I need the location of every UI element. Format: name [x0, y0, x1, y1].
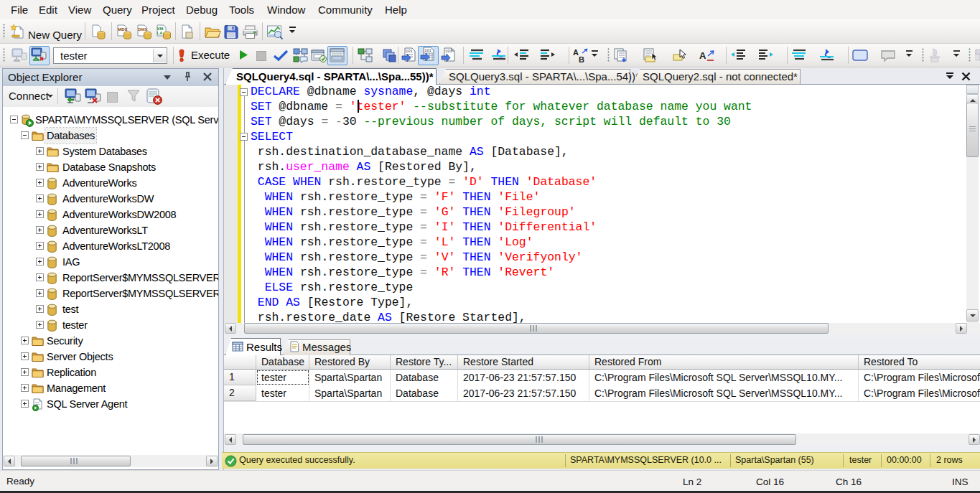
svg-text:A: A [573, 48, 579, 57]
svg-text:DMX: DMX [138, 27, 147, 32]
svg-text:101: 101 [406, 49, 414, 54]
svg-text:101: 101 [424, 48, 432, 53]
svg-text:LA: LA [157, 31, 164, 35]
svg-text:B: B [579, 55, 584, 64]
svg-text:MDX: MDX [118, 27, 127, 32]
svg-text:A: A [699, 50, 706, 61]
